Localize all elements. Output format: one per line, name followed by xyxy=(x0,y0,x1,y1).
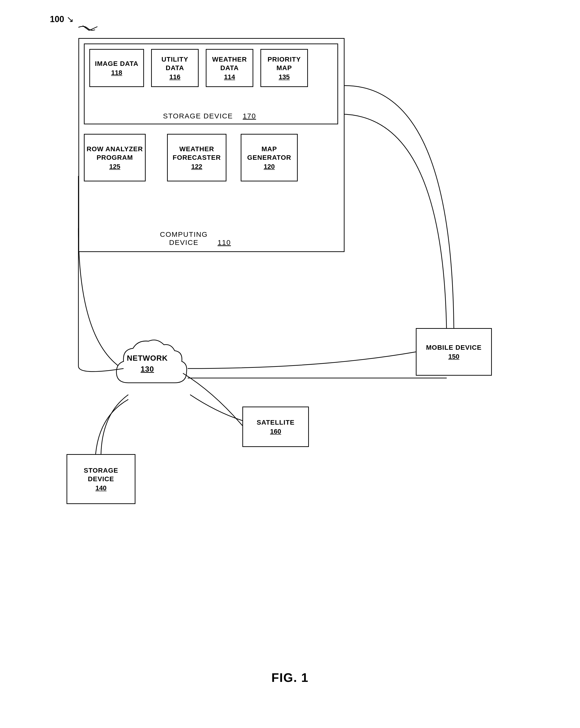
utility-data-box: UTILITY DATA 116 xyxy=(151,49,199,87)
utility-data-label: UTILITY DATA xyxy=(162,55,188,73)
mobile-device-num: 150 xyxy=(448,353,460,360)
row-analyzer-num: 125 xyxy=(109,163,120,171)
outer-container: IMAGE DATA 118 UTILITY DATA 116 WEATHER … xyxy=(78,38,344,252)
weather-data-box: WEATHER DATA 114 xyxy=(206,49,253,87)
row-analyzer-label: ROW ANALYZER PROGRAM xyxy=(86,145,143,162)
weather-forecaster-label: WEATHER FORECASTER xyxy=(173,145,221,162)
satellite-label: SATELLITE xyxy=(257,418,295,427)
satellite-box: SATELLITE 160 xyxy=(242,407,309,447)
storage-device-2-box: STORAGE DEVICE 140 xyxy=(66,454,135,504)
network-label: NETWORK 130 xyxy=(127,353,168,374)
priority-map-label: PRIORITY MAP xyxy=(268,55,301,73)
utility-data-num: 116 xyxy=(169,73,181,81)
map-generator-num: 120 xyxy=(264,163,275,171)
storage-device-container: IMAGE DATA 118 UTILITY DATA 116 WEATHER … xyxy=(84,44,338,124)
diagram: 100 ↘ IMAGE DATA 118 UTILITY DATA 116 WE… xyxy=(48,14,532,692)
storage-device-2-num: 140 xyxy=(95,484,107,492)
image-data-box: IMAGE DATA 118 xyxy=(89,49,144,87)
weather-data-num: 114 xyxy=(224,73,235,81)
row-analyzer-box: ROW ANALYZER PROGRAM 125 xyxy=(84,134,146,181)
priority-map-num: 135 xyxy=(279,73,290,81)
computing-device-label: COMPUTINGDEVICE 110 xyxy=(160,230,231,246)
storage-device-label: STORAGE DEVICE 170 xyxy=(163,112,256,120)
storage-device-num: 170 xyxy=(243,112,256,120)
ref-100-label: 100 ↘ xyxy=(50,14,74,24)
satellite-num: 160 xyxy=(270,428,281,435)
mobile-device-box: MOBILE DEVICE 150 xyxy=(416,328,492,376)
network-cloud: NETWORK 130 xyxy=(107,335,188,397)
mobile-device-label: MOBILE DEVICE xyxy=(426,343,481,352)
weather-forecaster-num: 122 xyxy=(191,163,202,171)
storage-device-2-label: STORAGE DEVICE xyxy=(84,466,118,484)
svg-line-0 xyxy=(83,26,89,30)
weather-data-label: WEATHER DATA xyxy=(212,55,247,73)
image-data-num: 118 xyxy=(111,69,122,77)
figure-label: FIG. 1 xyxy=(271,671,308,685)
weather-forecaster-box: WEATHER FORECASTER 122 xyxy=(167,134,226,181)
priority-map-box: PRIORITY MAP 135 xyxy=(260,49,308,87)
map-generator-label: MAP GENERATOR xyxy=(247,145,291,162)
svg-line-1 xyxy=(89,27,98,30)
map-generator-box: MAP GENERATOR 120 xyxy=(241,134,298,181)
image-data-label: IMAGE DATA xyxy=(95,59,138,68)
computing-device-num: 110 xyxy=(218,238,231,246)
